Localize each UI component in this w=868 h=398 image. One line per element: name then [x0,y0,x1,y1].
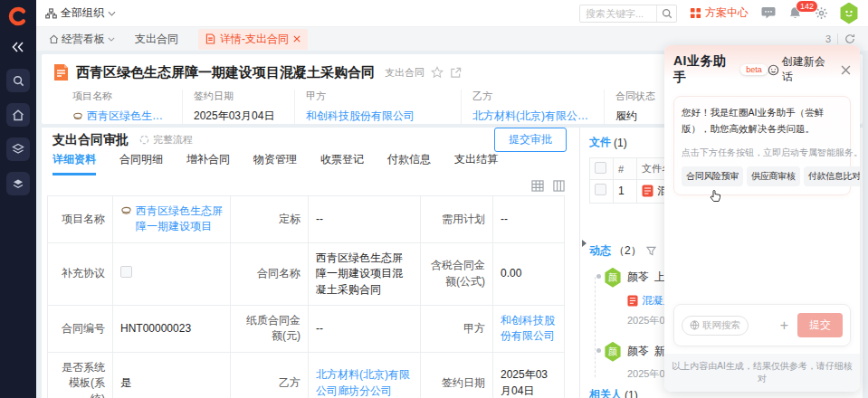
ai-panel-title: AI业务助手 [673,53,737,86]
approval-title: 支出合同审批 [52,132,129,148]
tab-payments[interactable]: 付款信息 [387,152,431,175]
contract-detail-table: 项目名称 西青区绿色生态屏障一期建设项目 定标 -- 需用计划 -- 补充协议 … [47,195,565,398]
supplement-checkbox[interactable] [120,266,132,278]
avatar: 颜 [604,342,622,362]
ai-input-box[interactable]: 联网搜索 + 提交 [673,304,851,346]
global-search [579,5,677,23]
tab-detail-active[interactable]: 详情-支出合同 [198,29,308,50]
activity-user: 颜苓 [627,270,649,285]
column-settings-icon[interactable] [553,180,565,192]
table-row: 合同编号 HNT00000023 纸质合同金额(元) -- 甲方 和创科技股份有… [48,305,565,352]
ai-tip-text: 点击下方任务按钮，立即启动专属智能服务。 [682,147,843,159]
ai-greeting-card: 您好！我是红圈AI业务助手（尝鲜版），助您高效解决各类问题。 点击下方任务按钮，… [673,96,851,195]
sidebar-modules-button[interactable] [6,137,30,161]
ai-disclaimer: 以上内容由AI生成，结果仅供参考，请仔细核对 [664,354,860,392]
page-title: 西青区绿色生态屏障一期建设项目混凝土采购合同 [76,64,375,81]
tab-expense-contract[interactable]: 支出合同 [135,32,178,47]
tab-dashboard[interactable]: 经营看板 [49,32,115,47]
pane-collapse-handle[interactable] [582,240,587,247]
tab-invoices[interactable]: 收票登记 [320,152,364,175]
select-all-checkbox[interactable] [595,162,606,174]
attach-plus-icon[interactable]: + [780,318,788,333]
smiley-chat-icon [768,64,779,76]
project-name-link[interactable]: 西青区绿色生态屏障一… [87,109,169,124]
search-input[interactable] [580,8,656,19]
sign-date-value: 2025年03月04日 [194,109,274,124]
solution-center-label: 方案中心 [705,5,749,21]
field-sign-date: 签约日期 2025年03月04日 [194,90,295,124]
detail-tabs: 详细资料 合同明细 增补合同 物资管理 收票登记 付款信息 支出结算 [42,152,579,175]
avatar: 颜 [604,268,622,288]
submit-approval-button[interactable]: 提交审批 [494,128,567,152]
activity-user: 颜苓 [627,344,649,359]
party-b-link[interactable]: 北方材料(北京)有限公司廊坊分公司 [316,368,410,396]
tab-contract-items[interactable]: 合同明细 [119,152,163,175]
party-b-link[interactable]: 北方材料(北京)有限公司廊坊... [472,109,591,124]
party-a-link[interactable]: 和创科技股份有限公司 [501,314,555,342]
chat-bubble-icon [761,6,776,20]
action-payment-check[interactable]: 付款信息比对 [804,166,860,186]
sidebar-collapse-icon[interactable] [12,42,24,52]
messages-button[interactable] [761,6,776,20]
refresh-icon[interactable] [844,33,855,44]
action-supplier-audit[interactable]: 供应商审核 [747,166,800,186]
sidebar-search-button[interactable] [6,69,30,92]
file-index-header: # [614,158,637,180]
search-submit-button[interactable] [656,5,676,22]
layers-icon [12,143,24,156]
files-count: (1) [614,137,627,149]
table-view-icon[interactable] [531,180,544,192]
notifications-button[interactable]: 142 [788,6,802,20]
filter-icon[interactable] [646,246,656,256]
sidebar-apps-button[interactable] [6,172,30,195]
field-project-name: 项目名称 西青区绿色生态屏障一… [72,90,183,124]
full-flow-button[interactable]: 完整流程 [139,133,193,147]
contract-status-value: 履约 [615,109,637,124]
search-icon [13,75,24,87]
table-row: 补充协议 合同名称 西青区绿色生态屏障一期建设项目混凝土采购合同 含税合同金额(… [48,242,565,305]
close-ai-panel-icon[interactable] [841,65,851,75]
project-link[interactable]: 西青区绿色生态屏障一期建设项目 [136,204,223,235]
action-contract-risk-review[interactable]: 合同风险预审 [682,166,743,186]
project-stamp-icon [72,112,83,121]
home-icon [49,34,59,44]
close-icon [293,35,300,43]
new-session-button[interactable]: 创建新会话 [768,54,834,85]
org-tree-icon [45,8,57,19]
favorite-star-icon[interactable] [431,66,444,79]
related-count: (1) [625,389,638,398]
org-label: 全部组织 [61,5,104,21]
files-title[interactable]: 文件 [589,135,611,150]
tab-settlement[interactable]: 支出结算 [454,152,498,175]
left-sidebar [0,0,36,398]
tab-materials[interactable]: 物资管理 [253,152,297,175]
related-title[interactable]: 相关人 [589,387,622,398]
org-selector[interactable]: 全部组织 [45,5,116,21]
grid-icon [690,7,701,19]
sidebar-home-button[interactable] [6,103,30,127]
field-party-a: 甲方 和创科技股份有限公司 [306,90,462,124]
timeline-dot [596,348,601,353]
flow-circle-icon [139,135,149,145]
file-checkbox[interactable] [595,184,606,195]
web-search-toggle[interactable]: 联网搜索 [682,316,749,336]
search-icon [662,8,672,19]
file-index: 1 [614,180,637,204]
pdf-file-icon [642,185,653,197]
ai-submit-button[interactable]: 提交 [797,313,843,337]
tab-detail-info[interactable]: 详细资料 [52,152,96,175]
top-bar: 全部组织 方案中心 142 [36,0,868,27]
tab-dashboard-label: 经营看板 [62,32,105,47]
solution-center-button[interactable]: 方案中心 [690,5,749,21]
open-external-icon[interactable] [450,67,462,79]
approval-pane: 支出合同审批 完整流程 提交审批 详细资料 合同明细 增补合同 物资管理 收票登… [42,128,579,398]
user-avatar[interactable] [839,3,859,24]
settings-button[interactable] [815,6,828,20]
app-logo[interactable] [7,5,29,27]
chevron-down-icon [108,11,116,16]
project-stamp-icon [120,206,132,216]
tab-supplement[interactable]: 增补合同 [186,152,230,175]
globe-icon [690,320,700,330]
activity-title[interactable]: 动态 [589,243,611,259]
party-a-link[interactable]: 和创科技股份有限公司 [306,109,415,124]
